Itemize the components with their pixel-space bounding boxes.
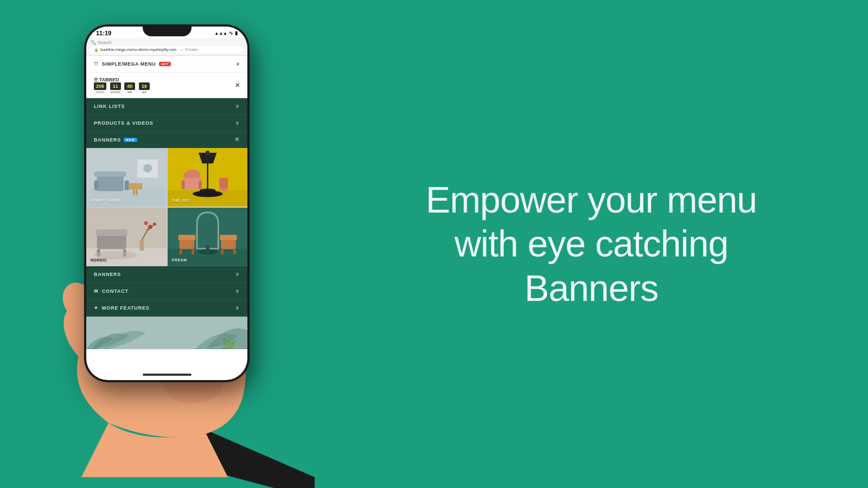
svg-rect-30 (199, 181, 202, 189)
chevron-more-features: ∨ (235, 305, 240, 311)
timer-days-label: DAYS (97, 91, 104, 94)
browser-bar: 🔍 Search 🔒 buddha-mega-menu-demo.myshopi… (86, 38, 247, 56)
link-lists-label: LINK LISTS (94, 104, 125, 109)
svg-point-44 (144, 221, 148, 225)
banner-nordic[interactable]: NORDIC (86, 208, 167, 266)
bottom-preview-image (86, 317, 247, 349)
menu-item-banners-collapsed[interactable]: BANNERS ∨ (86, 266, 247, 283)
timer-hours-unit: 11 HOURS (110, 82, 121, 94)
phone-mockup: 11:19 ▲▲▲ ∿ ▮ 🔍 Search 🔒 buddha-mega-m (84, 24, 250, 382)
phone-screen: 11:19 ▲▲▲ ∿ ▮ 🔍 Search 🔒 buddha-mega-m (86, 27, 247, 380)
menu-item-simple-mega[interactable]: ♡ SIMPLE/MEGA MENU HOT ∨ (86, 56, 247, 73)
envelope-icon: ✉ (94, 288, 99, 294)
tabbed-label: TABBED (99, 77, 119, 82)
timer-days: 206 (94, 82, 106, 90)
svg-rect-51 (192, 249, 194, 255)
the-joy-label: THE JOY (172, 198, 190, 202)
contact-label: CONTACT (102, 288, 129, 294)
chevron-link-lists: ∨ (235, 104, 240, 109)
menu-item-left: ♡ SIMPLE/MEGA MENU HOT (94, 61, 171, 67)
svg-rect-16 (94, 171, 126, 177)
svg-rect-53 (220, 235, 237, 240)
banner-avant-garde[interactable]: AVANT GARDE (86, 148, 167, 207)
timer-sec: 16 (139, 82, 150, 90)
products-videos-label: PRODUCTS & VIDEOS (94, 120, 154, 126)
svg-rect-59 (86, 317, 247, 328)
menu-item-link-lists[interactable]: LINK LISTS ∨ (86, 98, 247, 115)
browser-private-label: — Private (180, 47, 197, 52)
svg-rect-49 (178, 235, 195, 240)
svg-rect-17 (129, 183, 143, 190)
banners-close-icon[interactable]: ✕ (234, 136, 240, 143)
svg-rect-57 (206, 246, 209, 252)
nordic-label: NORDIC (91, 258, 107, 262)
headline-text: Empower your menu with eye catching Bann… (426, 178, 757, 311)
signal-icon: ▲▲▲ (214, 31, 227, 36)
banner-avant-garde-bg (86, 148, 167, 207)
svg-rect-32 (219, 178, 228, 189)
banners-label: BANNERS (94, 137, 121, 143)
svg-point-25 (205, 151, 209, 155)
contact-left: ✉ CONTACT (94, 288, 129, 294)
svg-rect-29 (181, 181, 184, 189)
svg-rect-14 (94, 181, 99, 190)
svg-point-27 (193, 191, 222, 197)
headline-line-3: Banners (426, 266, 757, 311)
browser-search-label: Search (98, 40, 111, 45)
battery-icon: ▮ (235, 30, 238, 36)
svg-point-43 (153, 222, 156, 226)
more-features-left: ✦ MORE FEATURES (94, 305, 150, 311)
svg-rect-54 (221, 249, 224, 255)
svg-rect-19 (136, 190, 137, 195)
menu-item-contact[interactable]: ✉ CONTACT ∨ (86, 283, 247, 300)
menu-icon-tabbed: ☰ (94, 78, 98, 82)
svg-rect-55 (233, 249, 235, 255)
browser-url-text: buddha-mega-menu-demo.myshopify.com (100, 47, 176, 52)
bottom-preview-svg (86, 317, 247, 349)
banners-header[interactable]: BANNERS NEW ✕ (86, 132, 247, 148)
svg-rect-36 (96, 229, 127, 236)
chevron-contact: ∨ (235, 288, 240, 294)
menu-item-tabbed[interactable]: ☰ TABBED 206 DAYS : 11 HOURS : (86, 73, 247, 98)
banner-dream[interactable]: DREAM (168, 208, 248, 266)
banner-the-joy[interactable]: THE JOY (168, 148, 248, 207)
timer-sep-3: : (136, 85, 138, 89)
timer-sec-unit: 16 SEC (139, 82, 150, 94)
banner-the-joy-bg (168, 148, 248, 207)
left-section: 11:19 ▲▲▲ ∿ ▮ 🔍 Search 🔒 buddha-mega-m (0, 0, 315, 488)
browser-url-bar[interactable]: 🔒 buddha-mega-menu-demo.myshopify.com — … (91, 46, 243, 53)
timer-sec-label: SEC (142, 91, 147, 94)
home-indicator (143, 374, 192, 376)
timer-sep-2: : (122, 85, 124, 89)
chevron-products: ∨ (235, 120, 240, 126)
right-section: Empower your menu with eye catching Bann… (315, 145, 868, 343)
svg-point-21 (143, 164, 152, 172)
chevron-icon: ∨ (236, 61, 240, 67)
menu-item-products-videos[interactable]: PRODUCTS & VIDEOS ∨ (86, 115, 247, 132)
svg-point-42 (148, 224, 152, 229)
timer-min-label: MIN (127, 91, 132, 94)
close-icon[interactable]: ✕ (235, 82, 240, 89)
banners-left: BANNERS NEW (94, 137, 137, 143)
banners-collapsed-label: BANNERS (94, 272, 121, 277)
timer-display: 206 DAYS : 11 HOURS : 40 MIN (94, 82, 150, 94)
status-time: 11:19 (96, 30, 111, 36)
menu-label-simple: SIMPLE/MEGA MENU (102, 61, 156, 67)
timer-sep-1: : (107, 85, 109, 89)
banner-nordic-bg (86, 208, 167, 266)
chevron-banners: ∨ (235, 272, 240, 277)
star-icon: ✦ (94, 305, 99, 311)
wifi-icon: ∿ (229, 30, 233, 36)
more-features-label: MORE FEATURES (102, 305, 150, 311)
new-badge: NEW (124, 138, 137, 142)
svg-rect-18 (133, 190, 135, 195)
banner-dream-bg (168, 208, 248, 266)
svg-rect-12 (86, 189, 167, 206)
tabbed-left: ☰ TABBED 206 DAYS : 11 HOURS : (94, 76, 150, 94)
timer-hours-label: HOURS (111, 91, 120, 94)
timer-days-unit: 206 DAYS (94, 82, 106, 94)
menu-item-more-features[interactable]: ✦ MORE FEATURES ∨ (86, 300, 247, 317)
phone-notch (143, 24, 192, 36)
timer-hours: 11 (110, 82, 121, 90)
timer-min-unit: 40 MIN (124, 82, 135, 94)
